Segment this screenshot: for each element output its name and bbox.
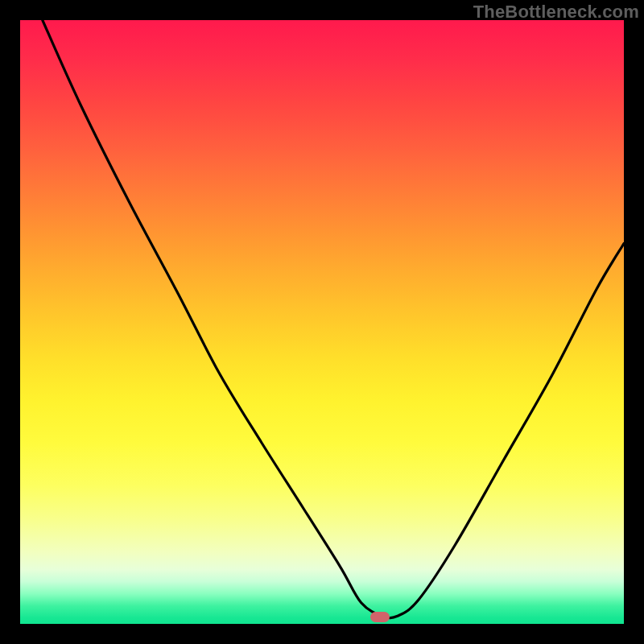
optimal-marker	[370, 612, 390, 622]
chart-frame: TheBottleneck.com	[0, 0, 644, 644]
bottleneck-curve	[20, 20, 624, 624]
plot-area	[20, 20, 624, 624]
